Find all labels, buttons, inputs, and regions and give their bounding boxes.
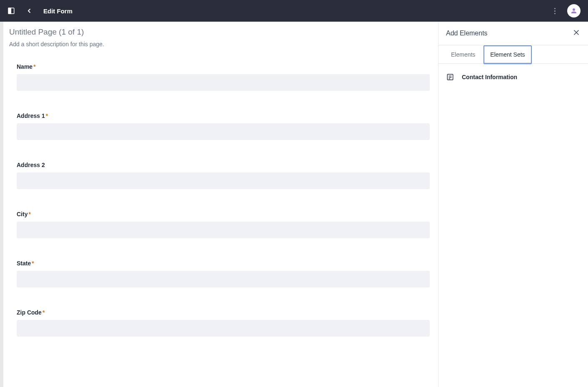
close-icon[interactable]: [572, 28, 581, 38]
required-indicator: *: [32, 260, 34, 267]
field-input[interactable]: [17, 271, 430, 287]
field-label: Address 1*: [17, 112, 430, 119]
panel-toggle-icon[interactable]: [7, 7, 15, 15]
tab-element-sets[interactable]: Element Sets: [483, 45, 531, 64]
tab-elements[interactable]: Elements: [444, 45, 482, 64]
user-avatar[interactable]: [567, 4, 581, 17]
side-panel-content: Contact Information: [439, 64, 588, 90]
form-field[interactable]: Address 2: [9, 162, 430, 189]
topbar-left: Edit Form: [7, 7, 72, 15]
form-field[interactable]: City*: [9, 211, 430, 238]
field-label: State*: [17, 260, 430, 267]
required-indicator: *: [28, 211, 30, 217]
form-field[interactable]: State*: [9, 260, 430, 287]
required-indicator: *: [42, 309, 45, 316]
top-bar: Edit Form: [0, 0, 588, 22]
form-field[interactable]: Address 1*: [9, 112, 430, 140]
svg-rect-1: [8, 8, 11, 14]
field-label: City*: [17, 211, 430, 217]
form-field[interactable]: Zip Code*: [9, 309, 430, 337]
back-icon[interactable]: [26, 7, 32, 14]
required-indicator: *: [46, 112, 48, 119]
field-input[interactable]: [17, 74, 430, 91]
header-title: Edit Form: [43, 7, 72, 15]
element-set-label: Contact Information: [462, 74, 517, 80]
field-input[interactable]: [17, 320, 430, 337]
topbar-right: [552, 4, 581, 17]
side-panel-title: Add Elements: [446, 30, 488, 37]
element-set-item[interactable]: Contact Information: [446, 71, 581, 83]
form-field[interactable]: Name*: [9, 63, 430, 91]
side-panel-header: Add Elements: [439, 22, 588, 45]
left-gutter: [0, 22, 3, 387]
page-title[interactable]: Untitled Page (1 of 1): [9, 27, 430, 37]
main-form-area: Untitled Page (1 of 1) Add a short descr…: [3, 22, 438, 387]
field-label: Zip Code*: [17, 309, 430, 316]
form-set-icon: [446, 73, 454, 81]
field-label: Name*: [17, 63, 430, 70]
side-panel-tabs: ElementsElement Sets: [439, 45, 588, 64]
page-description[interactable]: Add a short description for this page.: [9, 41, 430, 47]
field-input[interactable]: [17, 222, 430, 238]
workspace: Untitled Page (1 of 1) Add a short descr…: [0, 22, 588, 387]
field-label: Address 2: [17, 162, 430, 168]
field-input[interactable]: [17, 172, 430, 189]
field-input[interactable]: [17, 123, 430, 140]
required-indicator: *: [33, 63, 35, 70]
add-elements-panel: Add Elements ElementsElement Sets Contac…: [438, 22, 588, 387]
more-menu-icon[interactable]: [552, 5, 558, 17]
